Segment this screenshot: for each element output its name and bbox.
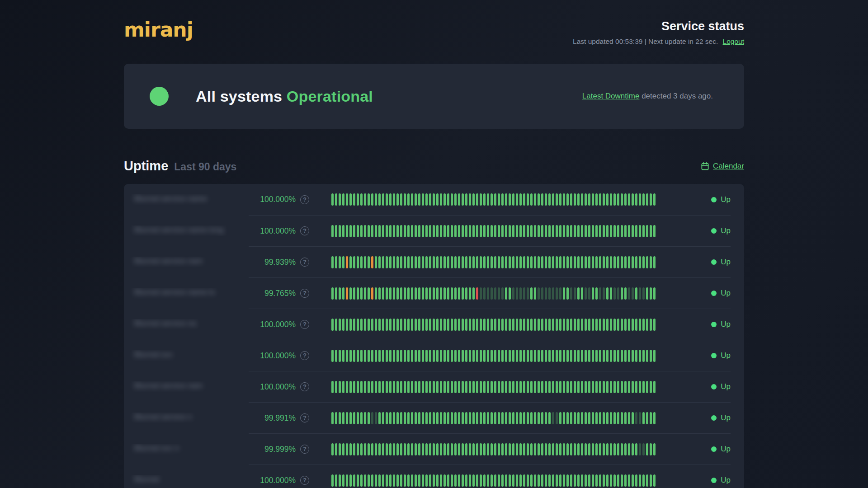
question-mark-icon[interactable]: ?: [300, 351, 309, 360]
day-bar[interactable]: [360, 319, 363, 331]
day-bar[interactable]: [617, 474, 619, 487]
day-bar[interactable]: [465, 193, 467, 206]
day-bar[interactable]: [462, 225, 464, 237]
day-bar[interactable]: [617, 287, 619, 300]
day-bar[interactable]: [581, 443, 583, 455]
day-bar[interactable]: [378, 381, 381, 393]
logout-link[interactable]: Logout: [723, 38, 744, 45]
day-bar[interactable]: [346, 381, 348, 393]
day-bar[interactable]: [396, 443, 399, 455]
day-bar[interactable]: [621, 412, 623, 424]
day-bar[interactable]: [371, 256, 373, 268]
day-bar[interactable]: [566, 350, 569, 362]
day-bar[interactable]: [411, 474, 413, 487]
day-bar[interactable]: [585, 350, 587, 362]
day-bar[interactable]: [389, 319, 392, 331]
day-bar[interactable]: [650, 319, 652, 331]
day-bar[interactable]: [349, 443, 352, 455]
day-bar[interactable]: [577, 287, 580, 300]
day-bar[interactable]: [548, 443, 551, 455]
day-bar[interactable]: [375, 225, 377, 237]
day-bar[interactable]: [462, 443, 464, 455]
uptime-bars-90-days[interactable]: [331, 319, 657, 331]
question-mark-icon[interactable]: ?: [300, 382, 309, 391]
day-bar[interactable]: [407, 287, 410, 300]
day-bar[interactable]: [483, 350, 486, 362]
day-bar[interactable]: [491, 350, 493, 362]
day-bar[interactable]: [415, 412, 417, 424]
day-bar[interactable]: [552, 319, 554, 331]
uptime-bars-90-days[interactable]: [331, 225, 657, 237]
day-bar[interactable]: [386, 381, 388, 393]
day-bar[interactable]: [458, 225, 460, 237]
day-bar[interactable]: [545, 287, 547, 300]
day-bar[interactable]: [331, 474, 334, 487]
day-bar[interactable]: [425, 319, 428, 331]
day-bar[interactable]: [559, 443, 561, 455]
day-bar[interactable]: [548, 381, 551, 393]
day-bar[interactable]: [516, 412, 518, 424]
day-bar[interactable]: [371, 381, 373, 393]
day-bar[interactable]: [610, 474, 612, 487]
day-bar[interactable]: [415, 193, 417, 206]
day-bar[interactable]: [559, 256, 561, 268]
day-bar[interactable]: [501, 381, 504, 393]
day-bar[interactable]: [599, 193, 601, 206]
day-bar[interactable]: [538, 193, 540, 206]
day-bar[interactable]: [505, 412, 507, 424]
day-bar[interactable]: [440, 225, 442, 237]
day-bar[interactable]: [371, 350, 373, 362]
day-bar[interactable]: [505, 474, 507, 487]
day-bar[interactable]: [653, 225, 656, 237]
day-bar[interactable]: [454, 350, 457, 362]
day-bar[interactable]: [335, 287, 337, 300]
day-bar[interactable]: [545, 350, 547, 362]
day-bar[interactable]: [519, 381, 522, 393]
day-bar[interactable]: [364, 256, 366, 268]
day-bar[interactable]: [552, 381, 554, 393]
day-bar[interactable]: [487, 443, 489, 455]
uptime-bars-90-days[interactable]: [331, 350, 657, 362]
day-bar[interactable]: [451, 474, 453, 487]
day-bar[interactable]: [505, 193, 507, 206]
day-bar[interactable]: [509, 443, 511, 455]
day-bar[interactable]: [364, 193, 366, 206]
day-bar[interactable]: [498, 443, 500, 455]
day-bar[interactable]: [610, 287, 612, 300]
day-bar[interactable]: [480, 474, 482, 487]
day-bar[interactable]: [588, 256, 590, 268]
day-bar[interactable]: [621, 319, 623, 331]
day-bar[interactable]: [541, 381, 543, 393]
day-bar[interactable]: [632, 474, 634, 487]
day-bar[interactable]: [422, 193, 424, 206]
day-bar[interactable]: [400, 287, 402, 300]
day-bar[interactable]: [624, 287, 627, 300]
day-bar[interactable]: [512, 319, 514, 331]
day-bar[interactable]: [653, 256, 656, 268]
day-bar[interactable]: [595, 381, 598, 393]
day-bar[interactable]: [617, 225, 619, 237]
day-bar[interactable]: [530, 381, 533, 393]
day-bar[interactable]: [368, 474, 370, 487]
day-bar[interactable]: [368, 225, 370, 237]
day-bar[interactable]: [566, 193, 569, 206]
day-bar[interactable]: [487, 287, 489, 300]
day-bar[interactable]: [454, 319, 457, 331]
day-bar[interactable]: [501, 193, 504, 206]
day-bar[interactable]: [516, 381, 518, 393]
day-bar[interactable]: [433, 381, 435, 393]
day-bar[interactable]: [335, 381, 337, 393]
day-bar[interactable]: [472, 381, 475, 393]
day-bar[interactable]: [541, 412, 543, 424]
day-bar[interactable]: [538, 350, 540, 362]
day-bar[interactable]: [404, 443, 406, 455]
day-bar[interactable]: [610, 412, 612, 424]
day-bar[interactable]: [375, 256, 377, 268]
day-bar[interactable]: [646, 474, 648, 487]
day-bar[interactable]: [639, 287, 641, 300]
day-bar[interactable]: [635, 225, 637, 237]
day-bar[interactable]: [407, 412, 410, 424]
day-bar[interactable]: [516, 319, 518, 331]
day-bar[interactable]: [639, 225, 641, 237]
day-bar[interactable]: [617, 381, 619, 393]
